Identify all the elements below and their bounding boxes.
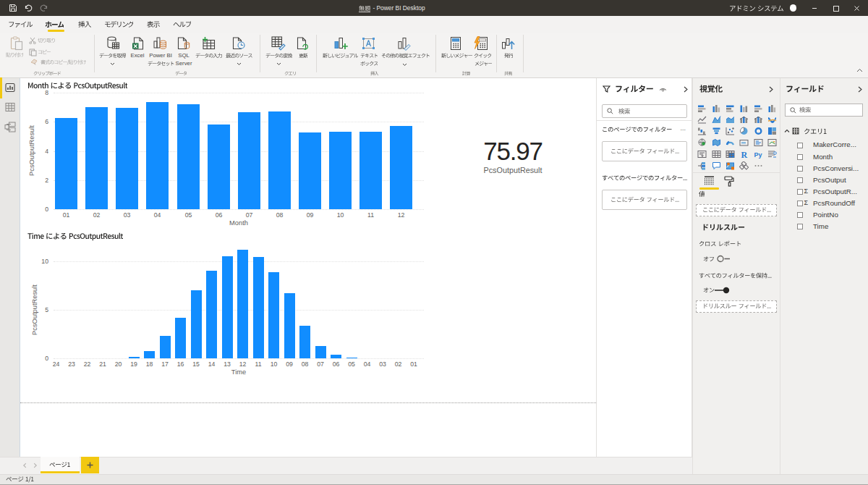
svg-text:R: R (741, 150, 748, 159)
svg-text:Py: Py (754, 151, 762, 158)
